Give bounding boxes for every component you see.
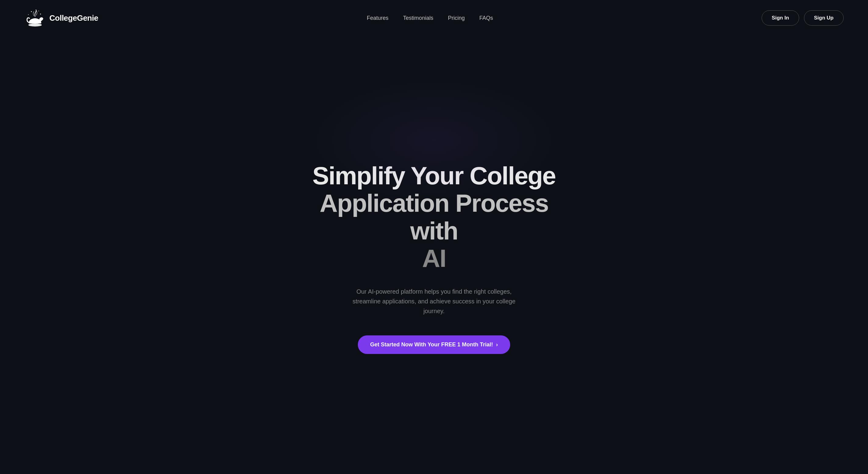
nav-links: Features Testimonials Pricing FAQs [367, 15, 493, 21]
svg-point-2 [38, 11, 39, 11]
svg-point-3 [40, 14, 41, 14]
svg-point-4 [28, 14, 29, 15]
nav-link-features[interactable]: Features [367, 15, 389, 21]
nav-link-pricing[interactable]: Pricing [448, 15, 465, 21]
signup-button[interactable]: Sign Up [804, 10, 844, 26]
nav-item-pricing[interactable]: Pricing [448, 15, 465, 21]
navbar: CollegeGenie Features Testimonials Prici… [0, 0, 868, 36]
nav-item-testimonials[interactable]: Testimonials [403, 15, 433, 21]
hero-title-line2: Application Process with [297, 189, 571, 244]
hero-subtitle: Our AI-powered platform helps you find t… [349, 287, 519, 316]
hero-section: Simplify Your College Application Proces… [0, 36, 868, 474]
nav-link-testimonials[interactable]: Testimonials [403, 15, 433, 21]
hero-title-line3: AI [297, 245, 571, 272]
brand-name: CollegeGenie [50, 13, 98, 23]
hero-title: Simplify Your College Application Proces… [297, 162, 571, 272]
nav-link-faqs[interactable]: FAQs [479, 15, 493, 21]
nav-item-features[interactable]: Features [367, 15, 389, 21]
svg-point-1 [31, 11, 32, 12]
hero-title-line1: Simplify Your College [297, 162, 571, 189]
nav-item-faqs[interactable]: FAQs [479, 15, 493, 21]
cta-button[interactable]: Get Started Now With Your FREE 1 Month T… [358, 336, 510, 354]
cta-label: Get Started Now With Your FREE 1 Month T… [370, 342, 493, 348]
nav-buttons: Sign In Sign Up [762, 10, 844, 26]
cta-arrow-icon: › [496, 342, 498, 348]
signin-button[interactable]: Sign In [762, 10, 799, 26]
logo[interactable]: CollegeGenie [24, 7, 98, 29]
logo-icon [24, 7, 46, 29]
svg-point-0 [28, 24, 42, 27]
